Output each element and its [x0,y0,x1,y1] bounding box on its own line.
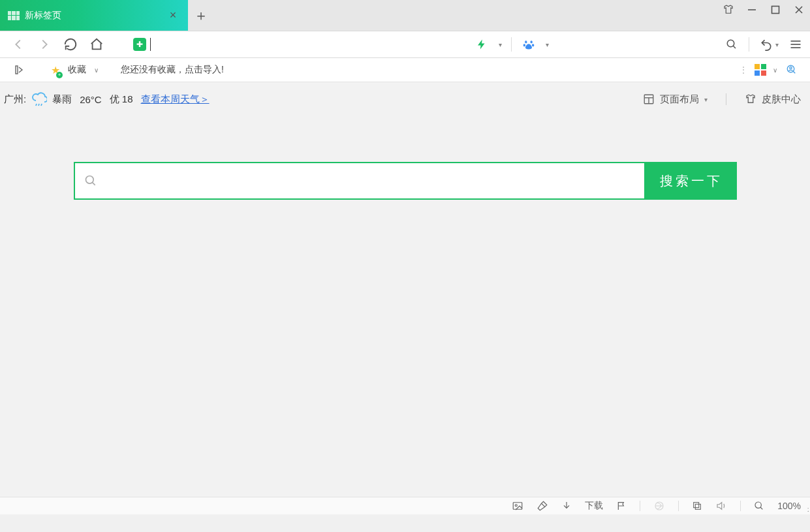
screenshot-icon[interactable] [512,500,523,512]
chevron-down-icon[interactable]: ∨ [773,67,777,74]
weather-temperature: 26°C [80,94,102,105]
skin-center-label: 皮肤中心 [762,93,801,106]
clean-icon[interactable] [537,500,548,512]
chevron-down-icon[interactable]: ∨ [94,67,99,74]
svg-line-15 [41,104,42,106]
star-icon[interactable]: ★+ [51,64,60,76]
download-arrow-icon[interactable] [561,501,572,511]
svg-line-12 [793,71,795,73]
weather-week-link[interactable]: 查看本周天气＞ [141,93,210,106]
search-icon [84,174,97,187]
minimize-button[interactable] [746,4,758,16]
search-input[interactable] [104,174,635,188]
skin-center-button[interactable]: 皮肤中心 [745,93,801,106]
home-button[interactable] [85,33,108,56]
flag-icon[interactable] [616,501,627,511]
new-tab-page: 广州: 暴雨 26°C 优 18 查看本周天气＞ 页面布局 ▾ 皮肤中心 [0,82,810,514]
reload-button[interactable] [59,33,82,56]
address-input[interactable] [151,37,467,52]
svg-point-11 [790,67,792,69]
copy-icon[interactable] [692,501,702,511]
svg-line-13 [36,104,37,106]
wardrobe-icon[interactable] [723,4,734,16]
search-input-wrap[interactable] [74,162,646,200]
svg-rect-1 [772,7,779,14]
weather-condition: 暴雨 [52,93,72,106]
window-controls [723,4,805,16]
weather-city: 广州: [4,93,26,106]
zoom-level[interactable]: 100% [777,501,801,511]
mute-icon[interactable] [715,500,727,512]
status-bar: 下载 100% .: [0,497,810,514]
svg-line-28 [760,507,762,509]
search-box: 搜索一下 [74,162,737,200]
svg-line-14 [39,104,39,106]
page-layout-label: 页面布局 [660,93,699,106]
addrbar-search-icon[interactable] [724,37,740,52]
svg-rect-26 [694,503,699,508]
bookmarks-bar: ★+ 收藏 ∨ 您还没有收藏，点击导入! ⋮ ∨ [0,58,810,82]
search-button-label: 搜索一下 [660,172,723,190]
bookmarks-empty-hint[interactable]: 您还没有收藏，点击导入! [121,64,224,76]
maximize-button[interactable] [770,4,781,16]
close-window-button[interactable] [793,4,805,16]
svg-point-27 [755,502,761,508]
info-bar: 广州: 暴雨 26°C 优 18 查看本周天气＞ 页面布局 ▾ 皮肤中心 [0,82,810,111]
undo-button[interactable] [758,37,774,52]
svg-rect-25 [696,504,701,509]
new-tab-button[interactable]: ＋ [188,0,214,31]
svg-line-20 [92,183,95,185]
speed-mode-icon[interactable] [474,37,490,52]
magnifier-user-icon[interactable] [784,62,800,78]
search-button[interactable]: 搜索一下 [646,162,737,200]
tab-active[interactable]: 新标签页 × [0,0,188,31]
svg-point-4 [727,40,734,47]
download-label[interactable]: 下载 [585,500,603,512]
tab-close-icon[interactable]: × [167,10,179,22]
back-button[interactable] [7,33,30,56]
chevron-down-icon[interactable]: ▾ [499,41,502,48]
forward-button[interactable] [33,33,56,56]
hamburger-menu-icon[interactable] [788,37,803,52]
speed-dial-icon [8,11,20,20]
extensions-grid-icon[interactable] [755,64,766,76]
sidebar-toggle-icon[interactable] [12,62,27,78]
svg-point-19 [86,176,93,184]
address-input-wrap[interactable]: ✚ [129,35,471,54]
shield-icon[interactable]: ✚ [133,38,146,51]
page-layout-button[interactable]: 页面布局 ▾ [643,93,708,106]
chevron-down-icon[interactable]: ▾ [546,41,549,48]
tab-title: 新标签页 [25,10,61,22]
weather-rain-icon [31,91,47,107]
caret-down-icon: ▾ [704,96,708,103]
zoom-icon[interactable] [754,501,764,511]
ie-mode-icon[interactable] [653,500,665,512]
svg-point-22 [515,505,517,507]
baidu-paw-icon[interactable] [521,37,537,52]
svg-rect-9 [16,66,18,74]
weather-air-quality: 优 18 [110,93,133,106]
tab-strip: 新标签页 × ＋ [0,0,810,31]
address-bar: ✚ ▾ ▾ ▾ [0,31,810,58]
svg-line-5 [733,46,736,48]
chevron-down-icon[interactable]: ▾ [775,41,779,48]
favorites-label[interactable]: 收藏 [68,64,86,76]
